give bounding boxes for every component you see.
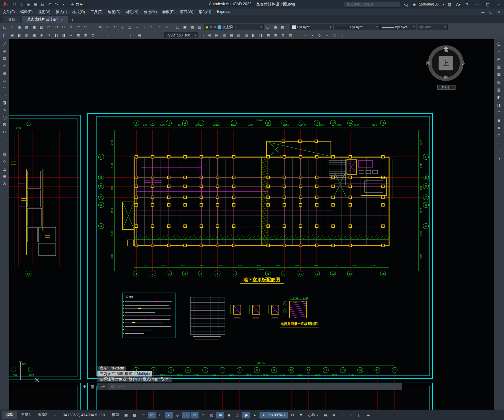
autodesk-apps-icon[interactable]: A▾ — [455, 1, 462, 8]
transparency-toggle[interactable]: ▨ — [208, 412, 216, 418]
menu-help[interactable]: 帮助(H) — [196, 9, 214, 15]
linetype-combo[interactable]: ByLayer ▾ — [334, 24, 380, 30]
external-references-icon[interactable]: ⊟ — [495, 117, 503, 124]
make-block-icon[interactable]: ○ — [1, 136, 8, 143]
scale-icon[interactable]: ◧ — [53, 32, 60, 38]
color-combo[interactable]: ByLayer ▾ — [290, 24, 333, 30]
sun-properties-icon[interactable]: ◔ — [495, 148, 503, 154]
recent-commands-icon[interactable]: ▦ — [89, 384, 96, 390]
layout-tab-layout1[interactable]: 布局1 — [17, 411, 34, 419]
command-options-icon[interactable]: >▾ — [97, 383, 108, 390]
autoscale-toggle[interactable]: ▲ — [251, 412, 259, 418]
layer-off-icon[interactable]: ▣ — [181, 24, 188, 30]
copy-icon[interactable]: ⊞ — [53, 24, 60, 30]
drawing-units-icon[interactable]: ▧ — [235, 32, 242, 38]
text-style-icon[interactable]: ▢ — [199, 32, 206, 38]
layer-freeze-icon[interactable]: ▤ — [189, 24, 196, 30]
rectangle-icon[interactable]: ▭ — [1, 77, 8, 84]
annotation-monitor-toggle[interactable]: ⚑ — [297, 412, 305, 418]
multileader-icon[interactable]: ◔ — [301, 32, 309, 38]
minimize-button[interactable]: — — [472, 0, 481, 9]
new-tab-button[interactable]: + — [69, 16, 76, 23]
rotate-icon[interactable]: ↷ — [45, 32, 52, 38]
drawing-canvas[interactable]: 11223344556677889910101111121214141616FF… — [9, 39, 494, 410]
menu-draw[interactable]: 绘图(D) — [105, 9, 123, 15]
graphics-performance-toggle[interactable]: ⚡ — [347, 412, 355, 418]
ellipse-icon[interactable]: ◯ — [1, 114, 8, 121]
menu-dimension[interactable]: 标注(N) — [123, 9, 141, 15]
menu-parametric[interactable]: 参数(P) — [160, 9, 177, 15]
table-icon[interactable]: ▦ — [1, 173, 8, 180]
redo-icon[interactable]: ↷ — [82, 24, 89, 30]
search-icon[interactable] — [403, 1, 409, 8]
gradient-icon[interactable]: ◇ — [1, 158, 8, 165]
menu-window[interactable]: 窗口(W) — [177, 9, 196, 15]
undo-icon[interactable]: ↶ — [46, 1, 53, 8]
menu-express[interactable]: Express — [214, 9, 233, 15]
layout-tab-layout2[interactable]: 布局2 — [34, 411, 51, 419]
dynamic-ucs-toggle[interactable]: △ — [233, 412, 241, 418]
workspace-switching-toggle[interactable]: ⚙ — [289, 412, 297, 418]
lineweight-toggle[interactable]: ≡ — [199, 412, 207, 418]
units-control[interactable]: 小数 ▾ — [306, 412, 321, 418]
quick-dimension-icon[interactable]: ⊠ — [279, 32, 286, 38]
3d-object-snap-toggle[interactable]: ◆ — [225, 412, 233, 418]
move-icon[interactable]: ✥ — [38, 32, 45, 38]
selection-cycling-toggle[interactable]: ⊞ — [216, 412, 224, 418]
multileader-style-icon[interactable]: ▥ — [221, 32, 228, 38]
account-button[interactable]: ☻ 1505999135... ▾ — [411, 1, 445, 8]
isometric-drafting-toggle[interactable]: ◇ — [173, 412, 181, 418]
plot-icon[interactable]: ▤ — [39, 1, 46, 8]
multiline-text-icon[interactable]: A — [1, 180, 8, 187]
doc-minimize-button[interactable]: — — [479, 9, 487, 15]
save-icon[interactable]: ▣ — [16, 24, 23, 30]
circle-icon[interactable]: ○ — [1, 92, 8, 99]
mirror-icon[interactable]: ◧ — [16, 32, 23, 38]
extend-icon[interactable]: ⊟ — [75, 32, 82, 38]
polygon-icon[interactable]: ▦ — [1, 70, 8, 77]
zoom-extents-icon[interactable]: ▤ — [495, 56, 503, 62]
command-input[interactable] — [108, 384, 402, 389]
table-style-icon[interactable]: ▤ — [213, 32, 220, 38]
dimension-update-icon[interactable]: ▽ — [331, 32, 338, 38]
grid-display-toggle[interactable]: ▦ — [122, 412, 130, 418]
menu-edit[interactable]: 编辑(E) — [17, 9, 35, 15]
dynamic-input-toggle[interactable]: ▭ — [148, 412, 156, 418]
lock-ui-toggle[interactable]: ⊠ — [330, 412, 338, 418]
object-snap-toggle[interactable]: □ — [191, 412, 199, 418]
close-button[interactable]: × — [494, 0, 503, 9]
ellipse-arc-icon[interactable]: ⊠ — [1, 121, 8, 128]
properties-palette-icon[interactable]: ◧ — [495, 94, 503, 101]
ucs-icon[interactable]: ▧ — [495, 79, 503, 85]
layer-previous-icon[interactable]: ▢ — [264, 24, 271, 30]
erase-icon[interactable]: ◫ — [1, 32, 8, 38]
command-input-bar[interactable]: >▾ — [97, 383, 402, 390]
save-as-icon[interactable]: ⊞ — [32, 1, 39, 8]
tssd-style-combo[interactable]: TSSD_100_100 ▾ — [164, 32, 198, 38]
chamfer-icon[interactable]: ○ — [97, 32, 104, 38]
save-icon[interactable]: ▣ — [25, 1, 32, 8]
help-icon[interactable]: ? — [163, 24, 170, 30]
region-icon[interactable]: △ — [1, 165, 8, 172]
undo-icon[interactable]: ↶ — [75, 24, 82, 30]
customization-toggle[interactable]: ≣ — [364, 412, 372, 418]
zoom-previous-icon[interactable]: ↶ — [112, 24, 119, 30]
arc-icon[interactable]: ◠ — [1, 85, 8, 91]
line-icon[interactable]: ╱ — [1, 40, 8, 47]
orbit-icon[interactable]: ▥ — [495, 63, 503, 70]
layer-lock-icon[interactable]: ▥ — [196, 24, 203, 30]
new-layout-button[interactable]: + — [51, 411, 58, 418]
redo-icon[interactable]: ↷ — [53, 1, 60, 8]
restore-button[interactable]: ▢ — [483, 0, 492, 9]
app-menu-button[interactable]: A▾ — [1, 2, 10, 7]
ortho-mode-toggle[interactable]: ∟ — [156, 412, 164, 418]
hatch-edit-icon[interactable]: ▣ — [136, 32, 143, 38]
layout-tab-model[interactable]: 模型 — [2, 411, 17, 419]
explode-icon[interactable]: ▢ — [128, 32, 135, 38]
continue-dimension-icon[interactable]: ○ — [294, 32, 301, 38]
zoom-realtime-icon[interactable]: ⊕ — [97, 24, 104, 30]
paste-icon[interactable]: ⊡ — [60, 24, 67, 30]
cut-icon[interactable]: ✂ — [45, 24, 52, 30]
plotstyle-combo[interactable]: ByColor ▾ — [417, 24, 448, 30]
center-mark-icon[interactable]: ◇ — [316, 32, 323, 38]
